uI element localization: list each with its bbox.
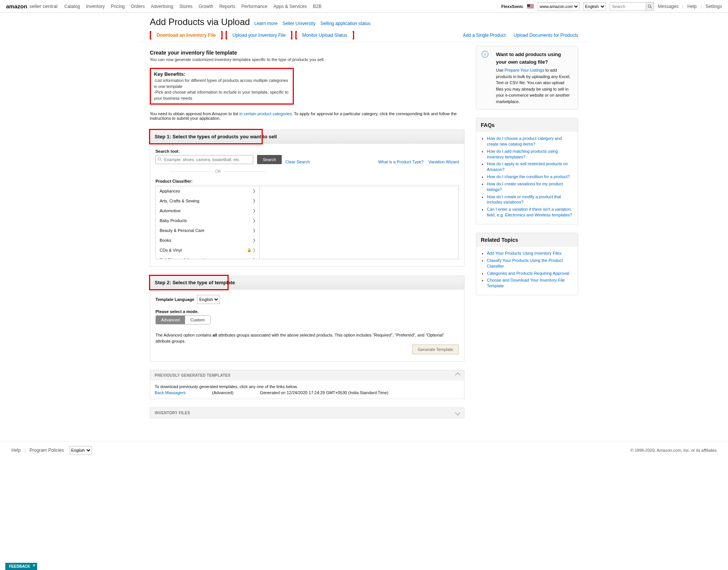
- faq-link-0[interactable]: How do I choose a product category and c…: [487, 136, 562, 146]
- related-link-2[interactable]: Categories and Products Requiring Approv…: [487, 271, 569, 276]
- tab-download[interactable]: Download an Inventory File: [151, 30, 221, 41]
- menu-reports[interactable]: Reports: [219, 4, 235, 9]
- seller-name: FlexxSonic: [501, 4, 523, 9]
- faq-link-5[interactable]: How do I create or modify a product that…: [487, 194, 561, 205]
- learn-more-link[interactable]: Learn more: [254, 21, 278, 26]
- category-baby-products[interactable]: Baby Products❯: [156, 216, 259, 225]
- category-beauty[interactable]: Beauty & Personal Care❯: [156, 225, 259, 235]
- restricted-categories-link[interactable]: in certain product categories: [239, 111, 292, 116]
- menu-performance[interactable]: Performance: [241, 4, 267, 9]
- global-search: [610, 2, 654, 11]
- step-1-header: Step 1: Select the types of products you…: [150, 130, 464, 144]
- faq-link-6[interactable]: Can I enter a variation if there isn't a…: [487, 207, 572, 217]
- benefit-1: -List information for different types of…: [154, 78, 290, 89]
- template-language-select[interactable]: English: [197, 295, 220, 304]
- add-single-product-link[interactable]: Add a Single Product: [463, 33, 506, 38]
- category-appliances[interactable]: Appliances❯: [156, 186, 259, 196]
- menu-apps-services[interactable]: Apps & Services: [273, 4, 307, 9]
- faqs-heading: FAQs: [476, 118, 578, 132]
- product-search-input[interactable]: [155, 155, 253, 164]
- language-select[interactable]: English: [583, 2, 606, 11]
- classifier-column-1[interactable]: Appliances❯ Arts, Crafts & Sewing❯ Autom…: [156, 186, 260, 259]
- classifier-column-2: [260, 186, 458, 259]
- search-button[interactable]: Search: [257, 155, 282, 164]
- footer-help-link[interactable]: Help: [11, 448, 21, 453]
- what-is-product-type-link[interactable]: What is a Product Type?: [378, 160, 424, 164]
- related-topics-heading: Related Topics: [476, 233, 578, 247]
- search-tool-label: Search tool:: [155, 149, 253, 153]
- faq-link-1[interactable]: How do I add matching products using inv…: [487, 149, 558, 159]
- footer-copyright: © 1999-2020, Amazon.com, Inc. or its aff…: [631, 448, 717, 453]
- category-books[interactable]: Books❯: [156, 235, 259, 245]
- info-heading: Want to add products using your own cata…: [496, 51, 573, 66]
- menu-growth[interactable]: Growth: [199, 4, 213, 9]
- step-2-header: Step 2: Select the type of template: [150, 276, 464, 290]
- global-search-input[interactable]: [610, 2, 646, 11]
- settings-link[interactable]: Settings: [706, 4, 722, 9]
- selling-application-status-link[interactable]: Selling application status: [320, 21, 370, 26]
- faq-link-3[interactable]: How do I change the condition for a prod…: [487, 174, 570, 179]
- messages-link[interactable]: Messages: [658, 4, 679, 9]
- search-icon: [157, 157, 162, 163]
- previous-template-mode: (Advanced): [212, 390, 233, 395]
- svg-point-0: [648, 5, 651, 7]
- faq-link-4[interactable]: How do I create variations for my produc…: [487, 182, 563, 192]
- previously-generated-header[interactable]: PREVIOUSLY GENERATED TEMPLATES: [150, 370, 464, 381]
- tab-monitor[interactable]: Monitor Upload Status: [297, 30, 353, 41]
- category-automotive[interactable]: Automotive❯: [156, 206, 259, 216]
- related-topics-box: Related Topics Add Your Products Using I…: [476, 233, 578, 295]
- generate-template-button[interactable]: Generate Template: [412, 345, 459, 354]
- product-classifier-label: Product Classifier:: [155, 179, 459, 183]
- main-menu: Catalog Inventory Pricing Orders Adverti…: [64, 4, 322, 9]
- svg-point-2: [158, 157, 161, 160]
- or-divider: OR: [171, 169, 265, 174]
- chevron-up-icon: [455, 373, 460, 378]
- previous-template-date: Generated on 12/24/2020 17:24:28 GMT+053…: [260, 390, 388, 395]
- tab-upload[interactable]: Upload your Inventory File: [227, 30, 291, 41]
- menu-b2b[interactable]: B2B: [313, 4, 322, 9]
- category-cell-phones[interactable]: Cell Phones & Accessories❯: [156, 255, 259, 259]
- seller-university-link[interactable]: Seller University: [282, 21, 315, 26]
- flag-icon: [527, 4, 534, 9]
- related-link-1[interactable]: Classify Your Products Using the Product…: [487, 258, 563, 268]
- category-cds-vinyl[interactable]: CDs & Vinyl🔒 ❯: [156, 245, 259, 255]
- chevron-right-icon: ❯: [253, 189, 256, 193]
- faq-link-2[interactable]: How do I apply to sell restricted produc…: [487, 161, 568, 172]
- category-arts-crafts[interactable]: Arts, Crafts & Sewing❯: [156, 196, 259, 206]
- mode-toggle: Advanced Custom: [155, 315, 210, 324]
- tabs: Download an Inventory File Upload your I…: [150, 31, 354, 39]
- menu-inventory[interactable]: Inventory: [86, 4, 105, 9]
- upload-documents-link[interactable]: Upload Documents for Products: [514, 33, 578, 38]
- menu-stores[interactable]: Stores: [179, 4, 193, 9]
- footer-language-select[interactable]: English: [69, 446, 92, 454]
- mode-custom-button[interactable]: Custom: [185, 316, 210, 324]
- inventory-files-header[interactable]: INVENTORY FILES: [150, 408, 464, 418]
- info-box: i Want to add products using your own ca…: [476, 46, 578, 110]
- create-template-sub: You can now generate customized inventor…: [150, 57, 464, 63]
- help-link[interactable]: Help: [687, 4, 697, 9]
- menu-orders[interactable]: Orders: [131, 4, 145, 9]
- brand-seller-central: seller central: [30, 3, 58, 9]
- tabs-right-links: Add a Single Product Upload Documents fo…: [456, 33, 578, 38]
- key-benefits-box: Key Benefits: -List information for diff…: [150, 68, 294, 105]
- clear-search-link[interactable]: Clear Search: [286, 160, 310, 164]
- menu-catalog[interactable]: Catalog: [64, 4, 80, 9]
- previous-template-link[interactable]: Back Massagers: [155, 390, 185, 395]
- menu-pricing[interactable]: Pricing: [111, 4, 125, 9]
- chevron-right-icon: ❯: [253, 208, 256, 213]
- related-link-3[interactable]: Choose and Download Your Inventory File …: [487, 278, 565, 288]
- menu-advertising[interactable]: Advertising: [151, 4, 173, 9]
- faqs-box: FAQs How do I choose a product category …: [476, 118, 578, 224]
- brand-logo[interactable]: amazon seller central: [6, 3, 58, 9]
- footer-policies-link[interactable]: Program Policies: [30, 448, 64, 453]
- product-classifier: Appliances❯ Arts, Crafts & Sewing❯ Autom…: [155, 186, 459, 259]
- related-link-0[interactable]: Add Your Products Using Inventory Files: [487, 251, 562, 255]
- mode-advanced-button[interactable]: Advanced: [156, 316, 185, 324]
- chevron-right-icon: ❯: [253, 238, 256, 242]
- global-search-button[interactable]: [646, 2, 654, 11]
- brand-amazon: amazon: [6, 3, 27, 9]
- marketplace-select[interactable]: www.amazon.com: [538, 2, 579, 11]
- benefit-2: -Pick and choose what information to inc…: [154, 89, 290, 101]
- variation-wizard-link[interactable]: Variation Wizard: [428, 160, 459, 164]
- prepare-your-listings-link[interactable]: Prepare Your Listings: [505, 68, 544, 72]
